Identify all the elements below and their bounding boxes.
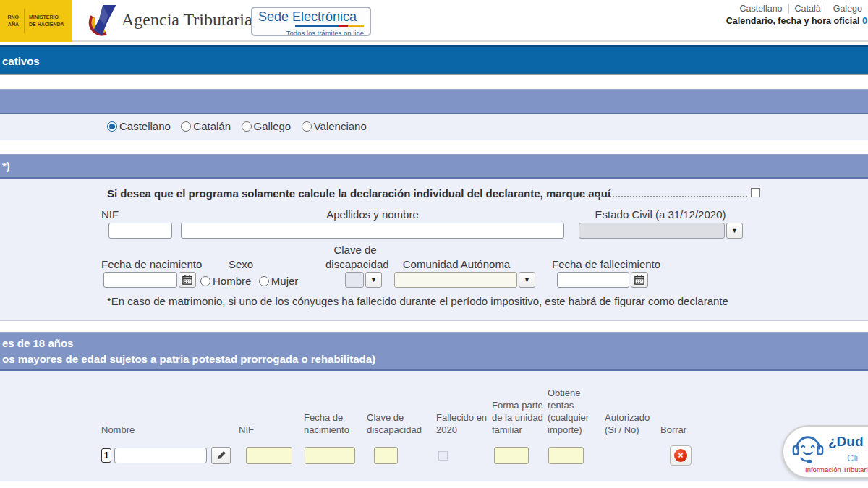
chat-subtitle: Cli bbox=[847, 453, 858, 463]
col-header-fecha-nacimiento: Fecha de nacimiento bbox=[304, 411, 367, 436]
gov-logo-fragment-line1: RNO bbox=[0, 14, 19, 22]
official-time-row: Calendario, fecha y hora oficial 0 bbox=[726, 16, 868, 26]
name-label: Apellidos y nombre bbox=[181, 208, 564, 221]
child-income-field[interactable] bbox=[548, 447, 584, 464]
civil-status-select[interactable] bbox=[579, 223, 725, 239]
ministry-line1: MINISTERIO bbox=[29, 14, 64, 22]
page-header: RNO AÑA MINISTERIO DE HACIENDA Agencia T… bbox=[0, 0, 868, 42]
delete-icon: × bbox=[674, 449, 687, 462]
chat-footer: Información Tributaria bbox=[788, 466, 868, 474]
nif-input[interactable] bbox=[109, 223, 172, 239]
region-label: Comunidad Autónoma bbox=[394, 258, 519, 270]
sede-electronica-badge[interactable]: Sede Electrónica Todos los trámites on l… bbox=[251, 7, 371, 36]
sex-mujer-label[interactable]: Mujer bbox=[271, 275, 299, 287]
calendar-icon bbox=[182, 275, 192, 285]
section-bar-children-line1: es de 18 años bbox=[2, 335, 868, 351]
page-title-bar: cativos bbox=[0, 47, 868, 75]
dropdown-arrow-icon: ▼ bbox=[524, 276, 530, 283]
child-name-input[interactable] bbox=[114, 448, 207, 463]
language-zone: Castellano Catalán Gallego Valenciano bbox=[0, 114, 868, 140]
birth-date-label: Fecha de nacimiento bbox=[101, 258, 202, 270]
sede-title: Sede Electrónica bbox=[258, 9, 364, 25]
child-family-unit-field[interactable] bbox=[494, 447, 529, 464]
radio-gallego-label[interactable]: Gallego bbox=[254, 120, 292, 132]
col-header-nif: NIF bbox=[239, 424, 304, 436]
civil-status-label: Estado Civil (a 31/12/2020) bbox=[579, 208, 742, 221]
calendar-icon bbox=[634, 275, 644, 285]
language-links: CastellanoCatalàGalego bbox=[726, 4, 868, 14]
section-bar-children: es de 18 años os mayores de edad sujetos… bbox=[0, 332, 868, 371]
gov-logo-fragment-line2: AÑA bbox=[0, 21, 19, 29]
dropdown-arrow-icon: ▼ bbox=[370, 276, 377, 283]
radio-gallego[interactable] bbox=[242, 121, 252, 132]
disability-label-line2: discapacidad bbox=[326, 258, 385, 270]
birth-date-calendar-button[interactable] bbox=[179, 272, 196, 288]
disability-label-line1: Clave de bbox=[326, 244, 385, 256]
sede-color-strip bbox=[258, 25, 364, 27]
death-date-calendar-button[interactable] bbox=[631, 272, 648, 288]
birth-date-input[interactable] bbox=[103, 272, 177, 288]
child-deceased-checkbox[interactable] bbox=[438, 451, 448, 461]
assistant-icon bbox=[791, 432, 825, 466]
assistant-chat-widget[interactable]: ¿Dud Cli Información Tributaria bbox=[782, 425, 868, 479]
col-header-obtiene-rentas: Obtiene rentas (cualquier importe) bbox=[548, 387, 605, 437]
col-header-autorizado: Autorizado (Si / No) bbox=[605, 411, 660, 436]
children-table-zone: Nombre NIF Fecha de nacimiento Clave de … bbox=[0, 371, 868, 481]
disability-key-dropdown-button[interactable]: ▼ bbox=[365, 272, 382, 288]
radio-castellano[interactable] bbox=[107, 121, 117, 132]
radio-catalan[interactable] bbox=[181, 121, 191, 132]
child-disability-field[interactable] bbox=[374, 447, 398, 464]
individual-declaration-checkbox[interactable] bbox=[751, 188, 760, 197]
row-number: 1 bbox=[101, 448, 111, 463]
region-select[interactable] bbox=[394, 272, 517, 288]
section-bar-language bbox=[0, 89, 868, 114]
col-header-borrar: Borrar bbox=[660, 424, 704, 436]
ministry-line2: DE HACIENDA bbox=[29, 21, 64, 29]
radio-catalan-label[interactable]: Catalán bbox=[193, 120, 231, 132]
child-birth-date-field[interactable] bbox=[305, 447, 355, 464]
pencil-icon bbox=[216, 450, 226, 461]
dropdown-arrow-icon: ▼ bbox=[731, 227, 738, 234]
declarant-zone: Si desea que el programa solamente calcu… bbox=[0, 179, 868, 321]
civil-status-dropdown-button[interactable]: ▼ bbox=[726, 223, 743, 239]
section-bar-children-line2: os mayores de edad sujetos a patria pote… bbox=[2, 351, 868, 367]
col-header-clave-discapacidad: Clave de discapacidad bbox=[367, 411, 436, 436]
sex-label: Sexo bbox=[217, 258, 265, 270]
lang-link-galego[interactable]: Galego bbox=[827, 4, 868, 14]
delete-row-button[interactable]: × bbox=[670, 445, 692, 466]
death-date-label: Fecha de fallecimiento bbox=[552, 258, 660, 270]
edit-child-button[interactable] bbox=[211, 447, 231, 464]
radio-valenciano-label[interactable]: Valenciano bbox=[314, 120, 367, 132]
brand-title: Agencia Tributaria bbox=[122, 10, 252, 30]
sede-subtitle: Todos los trámites on line bbox=[258, 29, 364, 37]
radio-valenciano[interactable] bbox=[302, 121, 312, 132]
marriage-footnote: *En caso de matrimonio, si uno de los có… bbox=[107, 295, 728, 307]
chat-title: ¿Dud bbox=[828, 434, 864, 450]
radio-castellano-label[interactable]: Castellano bbox=[119, 120, 171, 132]
radio-sex-hombre[interactable] bbox=[200, 276, 210, 286]
death-date-input[interactable] bbox=[557, 272, 629, 288]
name-input[interactable] bbox=[181, 223, 564, 239]
radio-sex-mujer[interactable] bbox=[259, 276, 269, 286]
table-row: 1 × bbox=[101, 445, 704, 466]
sex-hombre-label[interactable]: Hombre bbox=[213, 275, 251, 287]
individual-declaration-note: Si desea que el programa solamente calcu… bbox=[107, 187, 610, 200]
official-time-label: Calendario, fecha y hora oficial bbox=[726, 16, 862, 26]
lang-link-castellano[interactable]: Castellano bbox=[733, 4, 788, 14]
child-nif-field[interactable] bbox=[246, 447, 292, 464]
region-dropdown-button[interactable]: ▼ bbox=[519, 272, 535, 288]
col-header-nombre: Nombre bbox=[101, 424, 239, 436]
nif-label: NIF bbox=[101, 208, 119, 221]
government-logo: RNO AÑA MINISTERIO DE HACIENDA bbox=[0, 0, 72, 42]
lang-link-catala[interactable]: Català bbox=[788, 4, 827, 14]
disability-key-select[interactable] bbox=[345, 272, 364, 288]
page-title: cativos bbox=[2, 55, 40, 67]
aeat-logo-icon bbox=[85, 4, 120, 38]
children-table-header: Nombre NIF Fecha de nacimiento Clave de … bbox=[101, 387, 704, 437]
dotted-leader bbox=[575, 196, 747, 197]
col-header-fallecido: Fallecido en 2020 bbox=[436, 411, 492, 436]
official-time-link[interactable]: 0 bbox=[862, 16, 867, 26]
section-bar-declarant: *) bbox=[0, 154, 868, 179]
col-header-unidad-familiar: Forma parte de la unidad familiar bbox=[492, 399, 548, 436]
gov-logo-divider bbox=[24, 9, 25, 33]
